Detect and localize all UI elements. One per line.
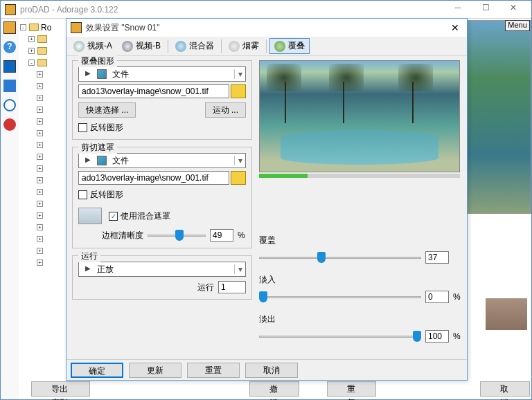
tree-collapse-icon[interactable]: - [28,60,35,66]
tree-expand-icon[interactable]: + [37,248,43,254]
run-count-label: 运行 [197,282,214,293]
tree-collapse-icon[interactable]: - [20,24,26,30]
tree-expand-icon[interactable]: + [37,177,43,183]
mixer-icon [175,41,186,52]
run-count-input[interactable]: 1 [218,281,246,293]
fadeout-slider-label: 淡出 [259,313,461,325]
video-a-icon [73,41,85,52]
folder-icon[interactable] [37,35,47,43]
tree-expand-icon[interactable]: + [37,95,43,101]
edge-label: 边框清晰度 [102,230,143,242]
tree-expand-icon[interactable]: + [37,236,43,242]
fadeout-input[interactable]: 100 [425,330,449,343]
minimize-button[interactable]: ─ [444,3,472,17]
close-icon[interactable]: ✕ [447,22,463,33]
chevron-down-icon[interactable]: ▾ [234,156,245,165]
chevron-down-icon[interactable]: ▾ [234,264,245,274]
tree-expand-icon[interactable]: + [37,212,43,219]
dialog-icon [71,22,82,33]
overlay-slider-label: 覆盖 [259,235,461,246]
tab-smoke[interactable]: 烟雾 [224,39,263,53]
tree-root-label[interactable]: Ro [41,23,51,33]
fadein-slider[interactable] [259,290,421,304]
dialog-titlebar[interactable]: 效果设置 "Snow 01" ✕ [66,19,467,37]
tree-expand-icon[interactable]: + [28,48,35,54]
tree-expand-icon[interactable]: + [37,130,43,136]
invert-shape-checkbox[interactable] [78,123,87,132]
fadein-slider-label: 淡入 [259,274,461,286]
dialog-cancel-button[interactable]: 取消 [245,363,298,378]
cancel-button[interactable]: 取消 [480,381,530,397]
folder-icon[interactable] [37,59,47,66]
gear-icon[interactable] [3,99,16,111]
maximize-button[interactable]: ☐ [472,3,499,17]
folder-icon[interactable] [29,24,39,31]
export-button[interactable]: 导出序列 [31,381,90,397]
tree-expand-icon[interactable]: + [37,154,43,160]
mask-thumbnail-icon [78,208,102,224]
close-button[interactable]: ✕ [499,3,527,17]
separator [168,39,168,53]
chevron-right-icon: ▶ [82,264,94,274]
browse-folder-button[interactable] [231,84,246,98]
run-mode-combo[interactable]: ▶ 正放 ▾ [78,262,246,277]
fadein-input[interactable]: 0 [425,291,449,303]
folder-icon[interactable] [37,47,47,55]
browse-folder-button[interactable] [231,171,246,185]
use-blend-checkbox[interactable]: ✓ [109,212,118,221]
tab-overlay[interactable]: 覆叠 [269,38,310,54]
tree-expand-icon[interactable]: + [37,189,43,195]
edge-value-input[interactable]: 49 [210,229,233,242]
thumbnail[interactable] [486,298,527,330]
mask-path-input[interactable]: ado13\overlay-image\snow_001.tif [78,171,229,185]
tree-expand-icon[interactable]: + [37,83,43,89]
update-button[interactable]: 更新 [129,363,181,378]
tree-expand-icon[interactable]: + [37,107,43,113]
bars-icon[interactable] [3,80,16,92]
quick-select-button[interactable]: 快速选择 ... [78,102,136,118]
help-icon[interactable]: ? [3,41,16,53]
reset-button[interactable]: 重置 [187,363,240,378]
tree-expand-icon[interactable]: + [37,71,43,78]
chevron-down-icon[interactable]: ▾ [234,69,245,79]
main-preview-image [458,20,531,214]
overlay-path-input[interactable]: ado13\overlay-image\snow_001.tif [78,84,229,98]
edge-slider[interactable] [148,228,206,242]
tree-expand-icon[interactable]: + [37,118,43,125]
ok-button[interactable]: 确定 [71,363,123,378]
fadeout-slider[interactable] [259,329,421,343]
record-icon[interactable] [3,118,16,131]
overlay-amount-slider[interactable] [259,251,421,264]
tree-expand-icon[interactable]: + [37,224,43,230]
invert-mask-checkbox[interactable] [78,190,87,199]
tab-mixer[interactable]: 混合器 [171,39,218,53]
main-bottom-bar: 导出序列 撤消 重复 取消 [17,381,530,398]
overlay-shape-group: 覆叠图形 ▶ 文件 ▾ ado13\overlay-image\snow_001… [72,60,252,140]
clip-mask-title: 剪切遮罩 [78,142,117,154]
screen-icon[interactable] [3,60,16,73]
tree-expand-icon[interactable]: + [28,36,35,42]
separator [221,39,222,53]
invert-shape-label: 反转图形 [90,122,123,134]
tree-expand-icon[interactable]: + [37,165,43,172]
overlay-file-combo[interactable]: ▶ 文件 ▾ [78,66,246,82]
overlay-amount-input[interactable]: 37 [425,251,449,264]
main-window: proDAD - Adorage 3.0.122 ─ ☐ ✕ ? -Ro + +… [0,0,532,400]
file-type-icon [97,69,107,79]
smoke-icon [229,41,240,52]
video-b-icon [122,41,133,52]
menu-button[interactable]: Menu [505,20,530,31]
tree-expand-icon[interactable]: + [37,142,43,148]
motion-button[interactable]: 运动 ... [205,102,246,118]
dialog-title: 效果设置 "Snow 01" [86,22,447,34]
redo-button[interactable]: 重复 [327,381,377,397]
tab-video-a[interactable]: 视频-A [69,39,116,53]
tab-video-b[interactable]: 视频-B [118,39,165,53]
separator [266,39,267,53]
tree-expand-icon[interactable]: + [37,260,43,266]
chevron-right-icon: ▶ [82,156,94,165]
tree-expand-icon[interactable]: + [37,201,43,207]
mask-file-combo[interactable]: ▶ 文件 ▾ [78,153,246,168]
undo-button[interactable]: 撤消 [249,381,299,397]
tool-icon-1[interactable] [3,21,16,34]
